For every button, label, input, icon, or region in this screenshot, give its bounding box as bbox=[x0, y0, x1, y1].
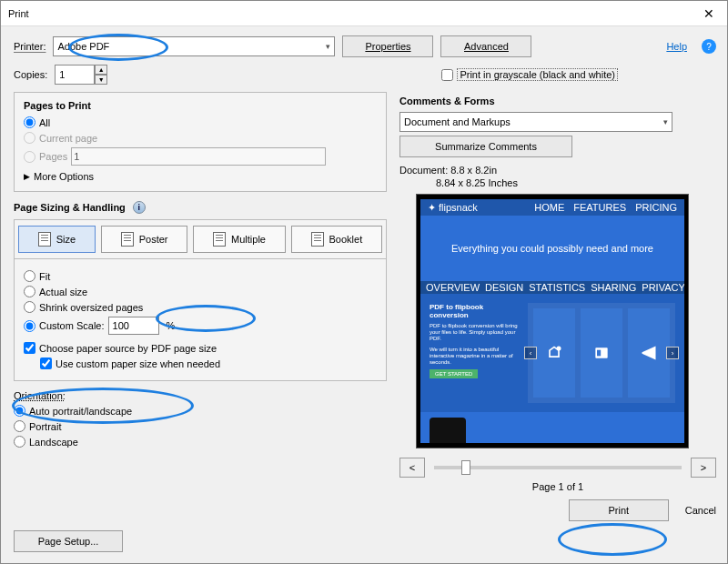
page-count-label: Page 1 of 1 bbox=[399, 481, 716, 492]
copies-label: Copies: bbox=[14, 69, 47, 80]
advanced-button[interactable]: Advanced bbox=[440, 35, 531, 57]
booklet-icon bbox=[311, 232, 324, 247]
actual-size-radio[interactable]: Actual size bbox=[24, 286, 377, 297]
copies-spin-down[interactable]: ▼ bbox=[95, 75, 107, 85]
summarize-comments-button[interactable]: Summarize Comments bbox=[399, 136, 572, 157]
page-setup-button[interactable]: Page Setup... bbox=[14, 530, 123, 552]
document-dimensions: Document: 8.8 x 8.2in bbox=[399, 165, 716, 176]
pages-to-print-group: Pages to Print All Current page Pages ▶ … bbox=[14, 92, 387, 192]
more-options-toggle[interactable]: ▶ More Options bbox=[24, 171, 377, 182]
preview-cta: GET STARTED bbox=[430, 369, 478, 378]
printer-select[interactable]: Adobe PDF ▾ bbox=[53, 36, 335, 56]
tab-multiple[interactable]: Multiple bbox=[193, 226, 285, 253]
print-button[interactable]: Print bbox=[569, 499, 669, 521]
orientation-auto-radio[interactable]: Auto portrait/landscape bbox=[14, 405, 387, 417]
close-icon[interactable]: ✕ bbox=[696, 6, 722, 21]
sizing-tabs: Size Poster Multiple Booklet bbox=[14, 219, 387, 259]
window-title: Print bbox=[8, 8, 696, 19]
multiple-icon bbox=[213, 232, 226, 247]
preview-prev-button[interactable]: < bbox=[399, 458, 425, 478]
custom-paper-checkbox[interactable]: Use custom paper size when needed bbox=[40, 358, 377, 369]
help-icon[interactable]: ? bbox=[702, 39, 716, 54]
tab-poster[interactable]: Poster bbox=[101, 226, 187, 253]
properties-button[interactable]: Properties bbox=[342, 35, 433, 57]
tab-booklet[interactable]: Booklet bbox=[291, 226, 382, 253]
comments-title: Comments & Forms bbox=[399, 96, 716, 106]
paper-source-checkbox[interactable]: Choose paper source by PDF page size bbox=[24, 342, 377, 354]
page-dimensions: 8.84 x 8.25 Inches bbox=[436, 177, 716, 188]
tab-size[interactable]: Size bbox=[18, 226, 96, 253]
comments-select[interactable]: Document and Markups ▾ bbox=[399, 112, 672, 132]
copies-input[interactable] bbox=[55, 65, 95, 85]
poster-icon bbox=[121, 232, 134, 247]
custom-scale-input[interactable] bbox=[108, 317, 159, 335]
info-icon[interactable]: i bbox=[133, 201, 146, 214]
printer-select-value: Adobe PDF bbox=[57, 41, 109, 52]
svg-rect-2 bbox=[597, 350, 601, 357]
orientation-group: Orientation: Auto portrait/landscape Por… bbox=[14, 390, 387, 448]
grayscale-label: Print in grayscale (black and white) bbox=[457, 68, 618, 81]
orientation-landscape-radio[interactable]: Landscape bbox=[14, 436, 387, 448]
pages-range-input[interactable] bbox=[71, 147, 326, 166]
size-icon bbox=[38, 232, 51, 247]
pages-all-radio[interactable]: All bbox=[24, 116, 377, 128]
orientation-title: Orientation: bbox=[14, 390, 387, 401]
orientation-portrait-radio[interactable]: Portrait bbox=[14, 420, 387, 432]
sizing-body: Fit Actual size Shrink oversized pages C… bbox=[14, 259, 387, 381]
printer-label: Printer: bbox=[14, 41, 46, 52]
custom-scale-radio[interactable]: Custom Scale: % bbox=[24, 317, 377, 335]
shrink-radio[interactable]: Shrink oversized pages bbox=[24, 301, 377, 313]
pages-title: Pages to Print bbox=[24, 100, 377, 111]
preview-document: ✦ flipsnackHOMEFEATURESPRICING Everythin… bbox=[420, 199, 684, 443]
help-link[interactable]: Help bbox=[666, 41, 687, 52]
grayscale-checkbox-input[interactable] bbox=[441, 69, 453, 81]
preview-hero: Everything you could possibly need and m… bbox=[420, 216, 684, 281]
svg-point-0 bbox=[557, 347, 561, 351]
pages-range-radio[interactable]: Pages bbox=[24, 147, 377, 166]
grayscale-checkbox[interactable]: Print in grayscale (black and white) bbox=[441, 68, 618, 81]
preview-arrow-right-icon: › bbox=[666, 347, 679, 359]
sizing-title: Page Sizing & Handling bbox=[14, 202, 126, 213]
chevron-down-icon: ▾ bbox=[326, 42, 330, 51]
triangle-right-icon: ▶ bbox=[24, 172, 30, 181]
copies-spin-up[interactable]: ▲ bbox=[95, 65, 107, 75]
chevron-down-icon: ▾ bbox=[663, 117, 668, 126]
preview-next-button[interactable]: > bbox=[691, 458, 716, 478]
fit-radio[interactable]: Fit bbox=[24, 270, 377, 282]
preview-arrow-left-icon: ‹ bbox=[524, 347, 537, 359]
pages-current-radio[interactable]: Current page bbox=[24, 132, 377, 144]
print-preview: ✦ flipsnackHOMEFEATURESPRICING Everythin… bbox=[416, 194, 689, 448]
percent-label: % bbox=[167, 320, 176, 331]
zoom-slider[interactable] bbox=[434, 466, 682, 469]
cancel-button[interactable]: Cancel bbox=[685, 505, 716, 516]
slider-thumb[interactable] bbox=[461, 460, 470, 475]
